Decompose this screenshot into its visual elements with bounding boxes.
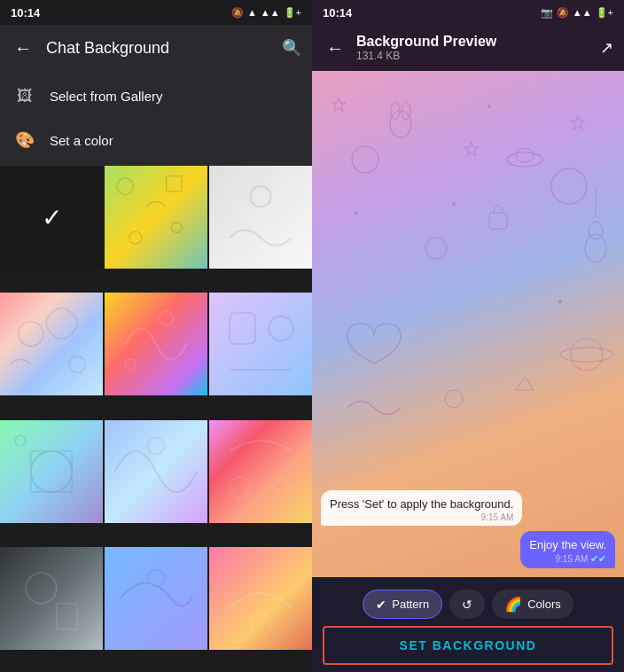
chat-messages: Press 'Set' to apply the background. 9:1…: [312, 483, 624, 577]
wallpaper-item-light-blue[interactable]: [105, 547, 207, 650]
incoming-message-time: 9:15 AM: [330, 512, 513, 522]
preview-area: Press 'Set' to apply the background. 9:1…: [312, 71, 624, 577]
svg-point-23: [390, 111, 411, 137]
svg-point-37: [560, 348, 613, 362]
right-mute-icon: 🔕: [557, 7, 569, 19]
outgoing-message: Enjoy the view. 9:15 AM ✔✔: [520, 531, 615, 568]
mute-icon: 🔕: [231, 7, 244, 19]
svg-point-26: [507, 152, 542, 167]
wallpaper-item-blue-purple[interactable]: [105, 420, 207, 523]
right-status-icons: 📷 🔕 ▲▲ 🔋+: [541, 7, 613, 19]
wallpaper-item-dark-colorful[interactable]: [0, 547, 103, 650]
search-button[interactable]: 🔍: [282, 38, 301, 58]
right-panel: 10:14 📷 🔕 ▲▲ 🔋+ ← Background Preview 131…: [312, 0, 624, 672]
right-time: 10:14: [323, 6, 352, 20]
svg-point-27: [516, 148, 534, 162]
gallery-label: Select from Gallery: [50, 89, 163, 104]
wallpaper-item-pink-light[interactable]: [209, 547, 312, 650]
incoming-message-text: Press 'Set' to apply the background.: [330, 497, 513, 511]
left-status-bar: 10:14 🔕 ▲ ▲▲ 🔋+: [0, 0, 312, 25]
refresh-button[interactable]: ↺: [449, 590, 485, 619]
wallpaper-item-rainbow1[interactable]: [0, 293, 103, 395]
svg-point-36: [571, 339, 603, 371]
right-signal-icon: ▲▲: [573, 7, 592, 18]
left-page-title: Chat Background: [46, 39, 271, 58]
wallpaper-item-pink-rainbow[interactable]: [209, 420, 312, 523]
battery-icon: 🔋+: [284, 7, 301, 19]
camera-icon: 📷: [541, 7, 553, 19]
right-top-bar-info: Background Preview 131.4 KB: [356, 34, 591, 62]
colors-icon: 🌈: [504, 596, 522, 613]
wallpaper-item-light-purple[interactable]: [209, 293, 312, 395]
incoming-message: Press 'Set' to apply the background. 9:1…: [321, 490, 522, 526]
left-time: 10:14: [11, 6, 40, 20]
menu-items-container: 🖼 Select from Gallery 🎨 Set a color: [0, 71, 312, 166]
refresh-icon: ↺: [462, 598, 472, 612]
svg-point-22: [425, 238, 447, 259]
message-ticks: ✔✔: [590, 553, 606, 564]
wallpaper-item-green-yellow[interactable]: [105, 166, 207, 269]
svg-point-28: [585, 234, 606, 262]
right-top-bar: ← Background Preview 131.4 KB ↗: [312, 25, 624, 71]
preview-doodle-overlay: [312, 71, 624, 532]
right-battery-icon: 🔋+: [596, 7, 613, 19]
color-label: Set a color: [50, 133, 113, 148]
wallpaper-item-yellow-purple[interactable]: [105, 293, 207, 395]
gallery-menu-item[interactable]: 🖼 Select from Gallery: [0, 74, 312, 118]
bottom-controls: ✔ Pattern ↺ 🌈 Colors SET BACKGROUND: [312, 577, 624, 672]
left-panel: 10:14 🔕 ▲ ▲▲ 🔋+ ← Chat Background 🔍 🖼 Se…: [0, 0, 312, 672]
color-icon: 🎨: [14, 130, 35, 150]
svg-point-21: [551, 168, 587, 204]
set-background-button[interactable]: SET BACKGROUND: [323, 626, 613, 665]
wallpaper-item-teal-green[interactable]: [0, 420, 103, 523]
pattern-button[interactable]: ✔ Pattern: [363, 590, 442, 619]
outgoing-message-text: Enjoy the view.: [529, 538, 606, 551]
wallpaper-grid: ✓: [0, 166, 312, 672]
svg-point-20: [352, 146, 378, 173]
signal-icon-2: ▲▲: [261, 7, 280, 18]
svg-rect-35: [489, 213, 507, 229]
wallpaper-item-gray[interactable]: [209, 166, 312, 269]
svg-point-32: [488, 105, 491, 108]
svg-point-33: [452, 202, 456, 206]
right-back-button[interactable]: ←: [323, 38, 347, 59]
file-size-label: 131.4 KB: [356, 50, 591, 62]
right-status-bar: 10:14 📷 🔕 ▲▲ 🔋+: [312, 0, 624, 25]
selected-checkmark: ✓: [42, 203, 62, 232]
pattern-label: Pattern: [392, 598, 429, 611]
svg-point-38: [445, 390, 463, 408]
color-menu-item[interactable]: 🎨 Set a color: [0, 118, 312, 162]
wallpaper-item-dark[interactable]: ✓: [0, 166, 103, 269]
right-page-title: Background Preview: [356, 34, 591, 50]
svg-point-31: [355, 211, 358, 215]
svg-point-34: [558, 300, 562, 303]
outgoing-message-time: 9:15 AM ✔✔: [529, 553, 606, 565]
colors-label: Colors: [527, 598, 561, 611]
left-status-icons: 🔕 ▲ ▲▲ 🔋+: [231, 7, 301, 19]
pill-buttons-container: ✔ Pattern ↺ 🌈 Colors: [323, 584, 613, 626]
left-top-bar: ← Chat Background 🔍: [0, 25, 312, 71]
colors-button[interactable]: 🌈 Colors: [492, 590, 573, 619]
gallery-icon: 🖼: [14, 87, 35, 105]
pattern-check-icon: ✔: [376, 598, 386, 612]
share-button[interactable]: ↗: [600, 38, 613, 58]
svg-point-29: [589, 222, 603, 239]
signal-icon-1: ▲: [247, 7, 257, 18]
left-back-button[interactable]: ←: [11, 38, 35, 59]
